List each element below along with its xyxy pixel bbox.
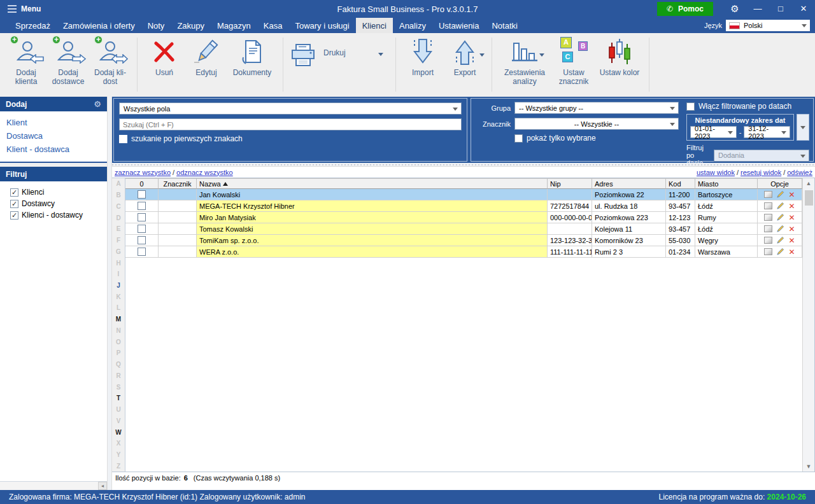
alphabet-letter[interactable]: C [112,200,125,212]
row-edit-pencil-icon[interactable] [776,225,784,233]
alphabet-letter[interactable]: X [112,438,125,449]
scroll-left-icon[interactable]: ◂ [98,482,107,490]
scroll-up-icon[interactable]: ▲ [803,178,814,188]
row-delete-icon[interactable]: ✕ [788,225,795,233]
row-delete-icon[interactable]: ✕ [788,237,795,244]
set-marker-button[interactable]: A B C Ustaw znacznik [553,36,595,97]
row-preview-icon[interactable] [764,237,772,244]
close-button[interactable]: ✕ [792,0,815,18]
table-row[interactable]: Jan Kowalski Poziomkowa 22 11-200 Bartos… [125,189,802,200]
alphabet-letter[interactable]: U [112,404,125,416]
menu-tab[interactable]: Notatki [485,18,523,33]
row-delete-icon[interactable]: ✕ [788,248,795,256]
row-delete-icon[interactable]: ✕ [788,214,795,221]
documents-button[interactable]: Dokumenty [229,36,276,97]
alphabet-letter[interactable]: T [112,393,125,404]
menu-tab[interactable]: Kasa [257,18,289,33]
table-row[interactable]: TomiKam sp. z.o.o. 123-123-32-32 Komorni… [125,235,802,246]
row-edit-pencil-icon[interactable] [776,236,784,244]
row-preview-icon[interactable] [764,191,772,198]
table-row[interactable]: MEGA-TECH Krzysztof Hibner 7272517844 ul… [125,200,802,212]
add-client-button[interactable]: + Dodaj klienta [6,36,46,97]
chevron-down-icon[interactable] [479,53,485,57]
alphabet-letter[interactable]: J [112,280,125,291]
vertical-scrollbar[interactable]: ▲ ▼ [802,178,814,472]
filter-checkbox-row[interactable]: ✓Klienci - dostawcy [5,209,104,221]
checkbox[interactable]: ✓ [10,200,18,208]
alphabet-letter[interactable]: Y [112,449,125,461]
column-header-address[interactable]: Adres [592,178,666,189]
print-button[interactable]: Drukuj [289,36,390,97]
alphabet-letter[interactable]: A [112,178,125,190]
add-panel-link[interactable]: Klient [6,116,101,129]
menu-tab[interactable]: Noty [141,18,171,33]
date-filter-checkbox[interactable] [686,102,695,111]
column-header-city[interactable]: Miasto [695,178,758,189]
alphabet-letter[interactable]: O [112,336,125,347]
export-button[interactable]: Export [445,36,485,97]
row-checkbox[interactable] [138,225,146,233]
sidebar-splitter[interactable] [107,97,112,490]
menu-tab[interactable]: Analizy [393,18,432,33]
show-selected-checkbox[interactable] [514,134,523,143]
add-panel-link[interactable]: Dostawca [6,129,101,143]
row-preview-icon[interactable] [764,202,772,209]
date-from-select[interactable]: 01-01-2023 [690,126,737,138]
filter-checkbox-row[interactable]: ✓Dostawcy [5,198,104,209]
help-button[interactable]: ✆ Pomoc [657,2,713,16]
row-delete-icon[interactable]: ✕ [788,202,795,210]
table-row[interactable]: Tomasz Kowalski Kolejowa 11 93-457 Łódź … [125,223,802,235]
maximize-button[interactable]: □ [769,0,792,18]
row-preview-icon[interactable] [764,214,772,221]
add-panel-link[interactable]: Klient - dostawca [6,143,101,156]
reports-button[interactable]: Zestawienia analizy [499,36,550,97]
alphabet-letter[interactable]: M [112,314,125,325]
alphabet-letter[interactable]: K [112,291,125,302]
row-edit-pencil-icon[interactable] [776,202,784,210]
alphabet-letter[interactable]: E [112,223,125,235]
group-select[interactable]: -- Wszystkie grupy -- [514,102,679,114]
select-all-link[interactable]: zaznacz wszystko [115,169,171,176]
table-row[interactable]: Miro Jan Matysiak 000-000-00-00 Poziomko… [125,212,802,223]
checkbox[interactable]: ✓ [10,211,18,220]
alphabet-letter[interactable]: F [112,235,125,246]
menu-tab[interactable]: Ustawienia [432,18,486,33]
chevron-down-icon[interactable] [378,53,383,56]
marker-select[interactable]: -- Wszystkie -- [514,118,679,130]
gear-icon[interactable]: ⚙ [94,99,101,109]
alphabet-letter[interactable]: H [112,257,125,269]
alphabet-letter[interactable]: S [112,381,125,393]
set-color-button[interactable]: Ustaw kolor [597,36,642,97]
alphabet-letter[interactable]: Z [112,460,125,472]
import-button[interactable]: Import [403,36,443,97]
scroll-down-icon[interactable]: ▼ [803,461,814,472]
column-header-marker[interactable]: Znacznik [159,178,197,189]
row-checkbox[interactable] [138,202,146,210]
alphabet-letter[interactable]: V [112,415,125,426]
delete-button[interactable]: Usuń [145,36,184,97]
row-checkbox[interactable] [138,248,146,256]
date-preset-dropdown-button[interactable] [797,114,809,141]
table-row[interactable]: WERA z.o.o. 111-111-11-11 Rumi 2 3 01-23… [125,246,802,258]
sidebar-scrollbar[interactable]: ◂ [0,481,107,490]
add-supplier-button[interactable]: + Dodaj dostawce [48,36,88,97]
date-to-select[interactable]: 31-12-2023 [744,126,790,138]
search-input[interactable] [119,118,462,130]
deselect-all-link[interactable]: odznacz wszystko [176,169,233,176]
row-edit-pencil-icon[interactable] [776,190,784,199]
alphabet-letter[interactable]: B [112,190,125,201]
row-preview-icon[interactable] [764,248,772,255]
alphabet-letter[interactable]: N [112,325,125,337]
row-delete-icon[interactable]: ✕ [788,191,795,199]
alphabet-letter[interactable]: R [112,370,125,381]
first-chars-checkbox[interactable] [119,135,127,143]
alphabet-letter[interactable]: D [112,212,125,223]
column-header-code[interactable]: Kod [666,178,695,189]
row-checkbox[interactable] [138,213,146,221]
row-checkbox[interactable] [138,236,146,244]
column-header-checkbox[interactable]: 0 [125,178,159,189]
alphabet-letter[interactable]: L [112,302,125,314]
menu-tab[interactable]: Magazyn [211,18,257,33]
menu-tab[interactable]: Sprzedaż [9,18,57,33]
set-view-link[interactable]: ustaw widok [697,169,735,176]
